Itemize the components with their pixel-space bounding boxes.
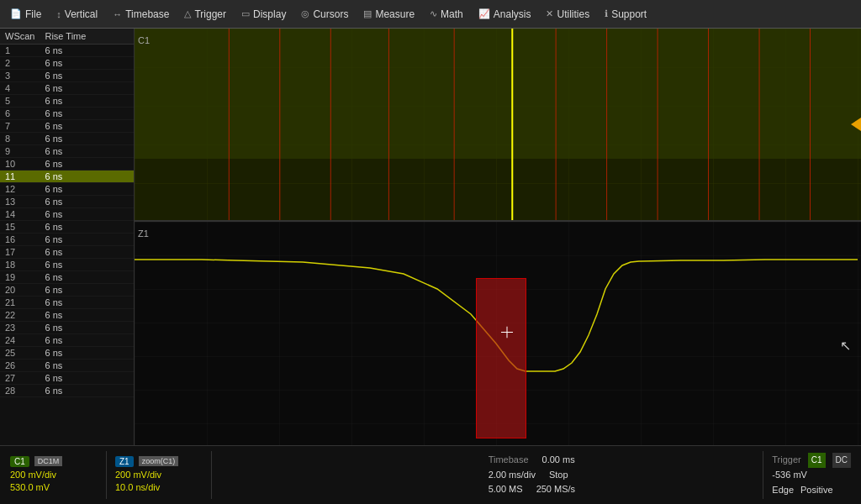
table-row[interactable]: 56 ns (0, 95, 134, 108)
table-row[interactable]: 96 ns (0, 145, 134, 158)
table-row[interactable]: 136 ns (0, 196, 134, 208)
table-row[interactable]: 36 ns (0, 70, 134, 82)
row-val: 6 ns (40, 271, 134, 284)
cursors-icon: ◎ (301, 8, 309, 19)
table-row[interactable]: 46 ns (0, 82, 134, 95)
table-row[interactable]: 276 ns (0, 372, 134, 385)
risetime-col-header: Rise Time (40, 29, 134, 45)
row-val: 6 ns (40, 297, 134, 309)
svg-rect-4 (135, 29, 861, 159)
row-val: 6 ns (40, 385, 134, 397)
menu-vertical[interactable]: ↕ Vertical (50, 5, 104, 24)
table-row[interactable]: 166 ns (0, 234, 134, 246)
c1-label: C1 (138, 35, 150, 45)
row-id: 6 (0, 108, 40, 120)
row-val: 6 ns (40, 284, 134, 297)
table-row[interactable]: 106 ns (0, 158, 134, 171)
table-row[interactable]: 156 ns (0, 221, 134, 234)
c1-badge: C1 (10, 456, 29, 467)
row-val: 6 ns (40, 108, 134, 120)
table-row[interactable]: 126 ns (0, 183, 134, 196)
trigger-status: Trigger C1 DC -536 mV Edge Positive (765, 448, 858, 502)
row-val: 6 ns (40, 70, 134, 82)
row-val: 6 ns (40, 120, 134, 133)
analysis-icon: 📈 (478, 8, 490, 19)
menu-support[interactable]: ℹ Support (598, 5, 653, 24)
c1-status: C1 DC1M 200 mV/div 530.0 mV (3, 448, 104, 502)
menu-timebase[interactable]: ↔ Timebase (106, 5, 176, 24)
row-val: 6 ns (40, 82, 134, 95)
timebase-value: 0.00 ms (542, 453, 575, 468)
row-val: 6 ns (40, 95, 134, 108)
divider-2 (211, 451, 212, 499)
right-panel: C1 (135, 29, 861, 445)
menu-file[interactable]: 📄 File (3, 5, 48, 24)
z1-values: 200 mV/div 10.0 ns/div (115, 469, 203, 495)
table-row[interactable]: 66 ns (0, 108, 134, 120)
table-row[interactable]: 146 ns (0, 208, 134, 221)
table-row[interactable]: 256 ns (0, 347, 134, 360)
table-row[interactable]: 16 ns (0, 45, 134, 57)
cursor-triangle (135, 220, 861, 232)
row-val: 6 ns (40, 246, 134, 259)
table-row[interactable]: 266 ns (0, 360, 134, 372)
status-bar: C1 DC1M 200 mV/div 530.0 mV Z1 zoom(C1) … (0, 445, 861, 504)
row-id: 25 (0, 347, 40, 360)
row-id: 22 (0, 309, 40, 322)
row-id: 13 (0, 196, 40, 208)
row-id: 20 (0, 284, 40, 297)
menu-trigger[interactable]: △ Trigger (177, 5, 233, 24)
utilities-icon: ✕ (546, 8, 553, 19)
row-id: 3 (0, 70, 40, 82)
menu-measure[interactable]: ▤ Measure (357, 5, 421, 24)
table-row[interactable]: 86 ns (0, 133, 134, 145)
math-icon: ∿ (430, 8, 437, 19)
table-row[interactable]: 26 ns (0, 57, 134, 70)
table-row[interactable]: 206 ns (0, 284, 134, 297)
wscan-col-header: WScan (0, 29, 40, 45)
top-waveform: C1 (135, 29, 861, 222)
row-id: 24 (0, 334, 40, 347)
display-icon: ▭ (241, 8, 250, 19)
file-icon: 📄 (10, 8, 22, 19)
menu-display[interactable]: ▭ Display (235, 5, 293, 24)
row-id: 18 (0, 259, 40, 271)
row-val: 6 ns (40, 234, 134, 246)
row-val: 6 ns (40, 259, 134, 271)
table-row[interactable]: 216 ns (0, 297, 134, 309)
table-row[interactable]: 76 ns (0, 120, 134, 133)
vertical-icon: ↕ (56, 9, 61, 19)
row-id: 5 (0, 95, 40, 108)
menu-math[interactable]: ∿ Math (423, 5, 470, 24)
trigger-voltage: -536 mV (772, 468, 807, 483)
row-val: 6 ns (40, 158, 134, 171)
divider-3 (763, 451, 763, 499)
menu-cursors[interactable]: ◎ Cursors (294, 5, 355, 24)
z1-badge: Z1 (115, 456, 134, 467)
z1-coupling: zoom(C1) (139, 456, 179, 466)
row-val: 6 ns (40, 57, 134, 70)
trigger-label: Trigger (772, 453, 800, 468)
table-row[interactable]: 236 ns (0, 322, 134, 334)
timebase-rate: 2.00 ms/div (489, 468, 536, 483)
menu-utilities[interactable]: ✕ Utilities (539, 5, 596, 24)
timebase-icon: ↔ (113, 9, 122, 19)
table-row[interactable]: 186 ns (0, 259, 134, 271)
main-content: WScan Rise Time 16 ns26 ns36 ns46 ns56 n… (0, 29, 861, 445)
row-id: 16 (0, 234, 40, 246)
top-waveform-grid (135, 29, 861, 220)
row-id: 2 (0, 57, 40, 70)
trigger-coupling: DC (832, 453, 851, 468)
table-row[interactable]: 196 ns (0, 271, 134, 284)
status-spacer (214, 448, 480, 502)
menu-analysis[interactable]: 📈 Analysis (472, 5, 538, 24)
row-id: 10 (0, 158, 40, 171)
table-row[interactable]: 286 ns (0, 385, 134, 397)
table-row[interactable]: 246 ns (0, 334, 134, 347)
row-val: 6 ns (40, 171, 134, 183)
table-row[interactable]: 116 ns (0, 171, 134, 183)
table-row[interactable]: 176 ns (0, 246, 134, 259)
trigger-icon: △ (184, 8, 191, 19)
row-val: 6 ns (40, 322, 134, 334)
table-row[interactable]: 226 ns (0, 309, 134, 322)
